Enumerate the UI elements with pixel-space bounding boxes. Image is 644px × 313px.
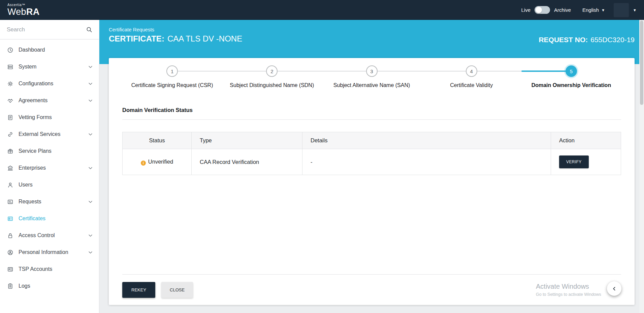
gear-icon (7, 81, 13, 87)
account-card-icon (7, 266, 13, 273)
archive-label: Archive (554, 7, 571, 13)
sidebar-item-label: Users (19, 182, 33, 188)
sidebar-item-label: Access Control (19, 232, 55, 238)
page-header-left: Certificate Requests CERTIFICATE:CAA TLS… (109, 27, 242, 44)
chevron-down-icon (89, 83, 92, 85)
verify-button[interactable]: VERIFY (559, 155, 589, 168)
breadcrumb: Certificate Requests (109, 27, 242, 32)
section-title: Domain Verification Status (122, 107, 621, 113)
step-csr[interactable]: 1 Certificate Signing Request (CSR) (122, 65, 222, 88)
topbar: Ascertia™ WebRA Live Archive English ▼ ▼ (0, 0, 644, 20)
brand-logo[interactable]: Ascertia™ WebRA (7, 3, 40, 17)
system-icon (7, 64, 13, 70)
certificate-request-card: 1 Certificate Signing Request (CSR) 2 Su… (109, 58, 635, 305)
logs-icon (7, 283, 13, 289)
sidebar-item-requests[interactable]: Requests (0, 193, 99, 210)
package-icon (7, 148, 13, 154)
building-icon (7, 165, 13, 171)
section-divider (122, 119, 621, 120)
sidebar-item-users[interactable]: Users (0, 176, 99, 193)
sidebar-item-agreements[interactable]: Agreements (0, 92, 99, 109)
page-title: CERTIFICATE:CAA TLS DV -NONE (109, 34, 242, 44)
language-label: English (582, 7, 599, 13)
step-connector (422, 71, 472, 72)
chevron-down-icon (89, 66, 92, 68)
page-scrollbar[interactable] (639, 20, 644, 313)
person-circle-icon (7, 249, 13, 256)
col-header-type: Type (192, 132, 302, 149)
step-connector (172, 71, 222, 72)
search-icon[interactable] (86, 26, 92, 33)
warning-info-icon (141, 161, 146, 166)
scrollbar-thumb[interactable] (640, 21, 643, 105)
chevron-down-icon (89, 234, 92, 237)
link-icon (7, 131, 13, 138)
step-connector (472, 71, 521, 72)
collapse-panel-button[interactable] (607, 281, 621, 296)
action-cell: VERIFY (551, 149, 621, 175)
col-header-details: Details (302, 132, 551, 149)
user-menu-caret-icon[interactable]: ▼ (633, 8, 637, 12)
step-connector-active (521, 70, 571, 72)
close-button[interactable]: CLOSE (161, 282, 193, 298)
sidebar-item-enterprises[interactable]: Enterprises (0, 160, 99, 176)
step-san[interactable]: 3 Subject Alternative Name (SAN) (322, 65, 421, 88)
step-domain-verification[interactable]: 5 Domain Ownership Verification (521, 65, 621, 88)
dashboard-icon (7, 47, 13, 53)
sidebar-item-label: Requests (19, 199, 41, 205)
page-title-value: CAA TLS DV -NONE (167, 34, 242, 43)
step-label: Subject Distinguished Name (SDN) (230, 82, 314, 88)
sidebar-item-label: Service Plans (19, 148, 52, 154)
search-input[interactable] (7, 26, 86, 33)
sidebar-item-label: Agreements (19, 97, 47, 104)
card-footer: REKEY CLOSE (122, 274, 621, 305)
sidebar: Dashboard System Configurations Agreemen… (0, 20, 99, 313)
request-number-value: 655DC320-19 (590, 36, 635, 44)
topbar-right: Live Archive English ▼ ▼ (521, 3, 637, 17)
sidebar-item-system[interactable]: System (0, 58, 99, 75)
language-dropdown[interactable]: English ▼ (582, 7, 605, 13)
wizard-stepper: 1 Certificate Signing Request (CSR) 2 Su… (122, 58, 621, 88)
sidebar-item-logs[interactable]: Logs (0, 278, 99, 294)
chevron-down-icon (89, 251, 92, 254)
sidebar-item-certificates[interactable]: Certificates (0, 210, 99, 227)
live-label: Live (521, 7, 530, 13)
col-header-action: Action (551, 132, 621, 149)
step-validity[interactable]: 4 Certificate Validity (422, 65, 521, 88)
rekey-button[interactable]: REKEY (122, 282, 155, 298)
sidebar-item-personal-information[interactable]: Personal Information (0, 244, 99, 261)
sidebar-item-dashboard[interactable]: Dashboard (0, 41, 99, 58)
sidebar-item-external-services[interactable]: External Services (0, 126, 99, 143)
domain-verification-table: Status Type Details Action Unverified CA… (122, 132, 621, 175)
brand-name: WebRA (7, 7, 40, 17)
col-header-status: Status (123, 132, 192, 149)
sidebar-item-label: Enterprises (19, 165, 46, 171)
chevron-down-icon (89, 167, 92, 169)
step-number: 1 (166, 65, 178, 77)
document-pen-icon (7, 114, 13, 121)
certificate-icon (7, 216, 13, 222)
sidebar-item-tsp-accounts[interactable]: TSP Accounts (0, 261, 99, 278)
sidebar-item-configurations[interactable]: Configurations (0, 75, 99, 92)
sidebar-nav: Dashboard System Configurations Agreemen… (0, 39, 99, 294)
sidebar-item-vetting-forms[interactable]: Vetting Forms (0, 109, 99, 126)
step-label: Certificate Validity (450, 82, 493, 88)
step-number: 5 (566, 65, 577, 77)
sidebar-item-label: Configurations (19, 81, 53, 87)
sidebar-search (0, 20, 99, 39)
step-sdn[interactable]: 2 Subject Distinguished Name (SDN) (222, 65, 322, 88)
sidebar-item-service-plans[interactable]: Service Plans (0, 143, 99, 160)
sidebar-item-label: Personal Information (19, 249, 68, 255)
step-connector (322, 71, 372, 72)
step-connector (272, 71, 322, 72)
live-archive-toggle[interactable] (535, 6, 550, 14)
chevron-down-icon (89, 133, 92, 136)
step-label: Certificate Signing Request (CSR) (131, 82, 213, 88)
status-cell: Unverified (123, 149, 192, 175)
sidebar-item-access-control[interactable]: Access Control (0, 227, 99, 244)
step-number: 2 (266, 65, 278, 77)
lock-icon (7, 232, 13, 239)
user-avatar[interactable] (614, 3, 629, 17)
page-header-band: Certificate Requests CERTIFICATE:CAA TLS… (99, 20, 644, 64)
table-header-row: Status Type Details Action (123, 132, 621, 149)
